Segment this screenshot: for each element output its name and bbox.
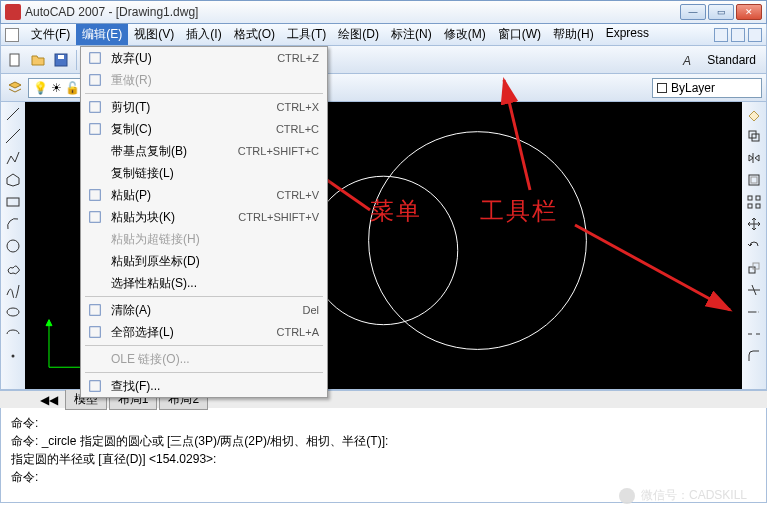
menu-插入i[interactable]: 插入(I) bbox=[180, 24, 227, 45]
ellipse-button[interactable] bbox=[3, 302, 23, 322]
wechat-icon bbox=[619, 488, 635, 504]
offset-button[interactable] bbox=[744, 170, 764, 190]
move-button[interactable] bbox=[744, 214, 764, 234]
svg-rect-37 bbox=[90, 212, 101, 223]
lock-icon: 🔓 bbox=[65, 81, 80, 95]
edit-menu-item[interactable]: 放弃(U)CTRL+Z bbox=[81, 47, 327, 69]
polygon-button[interactable] bbox=[3, 170, 23, 190]
mirror-button[interactable] bbox=[744, 148, 764, 168]
draw-toolbar bbox=[1, 102, 25, 389]
edit-menu-item[interactable]: 带基点复制(B)CTRL+SHIFT+C bbox=[81, 140, 327, 162]
menu-帮助h[interactable]: 帮助(H) bbox=[547, 24, 600, 45]
bulb-icon: 💡 bbox=[33, 81, 48, 95]
edit-menu-item[interactable]: 粘贴(P)CTRL+V bbox=[81, 184, 327, 206]
close-button[interactable]: ✕ bbox=[736, 4, 762, 20]
extend-button[interactable] bbox=[744, 302, 764, 322]
svg-rect-38 bbox=[90, 305, 101, 316]
menu-修改m[interactable]: 修改(M) bbox=[438, 24, 492, 45]
edit-menu-item: 重做(R) bbox=[81, 69, 327, 91]
edit-menu-item[interactable]: 复制链接(L) bbox=[81, 162, 327, 184]
mdi-restore-icon[interactable] bbox=[731, 28, 745, 42]
arc-button[interactable] bbox=[3, 214, 23, 234]
watermark: 微信号：CADSKILL bbox=[619, 487, 747, 504]
rotate-button[interactable] bbox=[744, 236, 764, 256]
menu-视图v[interactable]: 视图(V) bbox=[128, 24, 180, 45]
menubar: 文件(F)编辑(E)视图(V)插入(I)格式(O)工具(T)绘图(D)标注(N)… bbox=[0, 24, 767, 46]
menu-标注n[interactable]: 标注(N) bbox=[385, 24, 438, 45]
polyline-button[interactable] bbox=[3, 148, 23, 168]
edit-menu-item[interactable]: 全部选择(L)CTRL+A bbox=[81, 321, 327, 343]
svg-point-13 bbox=[12, 355, 15, 358]
menu-工具t[interactable]: 工具(T) bbox=[281, 24, 332, 45]
svg-rect-32 bbox=[90, 53, 101, 64]
mdi-minimize-icon[interactable] bbox=[714, 28, 728, 42]
line-button[interactable] bbox=[3, 104, 23, 124]
tab-nav-left[interactable]: ◀◀ bbox=[40, 393, 58, 407]
menu-格式o[interactable]: 格式(O) bbox=[228, 24, 281, 45]
point-button[interactable] bbox=[3, 346, 23, 366]
command-line: 命令: _circle 指定圆的圆心或 [三点(3P)/两点(2P)/相切、相切… bbox=[11, 432, 756, 450]
copy-button[interactable] bbox=[744, 126, 764, 146]
svg-point-11 bbox=[7, 240, 19, 252]
document-icon bbox=[5, 28, 19, 42]
rectangle-button[interactable] bbox=[3, 192, 23, 212]
sun-icon: ☀ bbox=[51, 81, 62, 95]
text-style-label: Standard bbox=[701, 53, 762, 67]
edit-menu-item[interactable]: 清除(A)Del bbox=[81, 299, 327, 321]
color-combo[interactable]: ByLayer bbox=[652, 78, 762, 98]
menu-窗口w[interactable]: 窗口(W) bbox=[492, 24, 547, 45]
edit-menu-item[interactable]: 选择性粘贴(S)... bbox=[81, 272, 327, 294]
svg-rect-36 bbox=[90, 190, 101, 201]
svg-rect-25 bbox=[756, 204, 760, 208]
svg-rect-24 bbox=[748, 204, 752, 208]
edit-menu-item[interactable]: 粘贴为块(K)CTRL+SHIFT+V bbox=[81, 206, 327, 228]
xline-button[interactable] bbox=[3, 126, 23, 146]
svg-point-15 bbox=[369, 132, 587, 350]
svg-rect-22 bbox=[748, 196, 752, 200]
menu-文件f[interactable]: 文件(F) bbox=[25, 24, 76, 45]
break-button[interactable] bbox=[744, 324, 764, 344]
edit-menu-dropdown: 放弃(U)CTRL+Z重做(R)剪切(T)CTRL+X复制(C)CTRL+C带基… bbox=[80, 46, 328, 398]
edit-menu-item: OLE 链接(O)... bbox=[81, 348, 327, 370]
svg-line-9 bbox=[6, 129, 20, 143]
save-button[interactable] bbox=[51, 50, 71, 70]
svg-text:A: A bbox=[682, 54, 691, 68]
menu-express[interactable]: Express bbox=[600, 24, 655, 45]
command-line: 命令: bbox=[11, 468, 756, 486]
titlebar: AutoCAD 2007 - [Drawing1.dwg] — ▭ ✕ bbox=[0, 0, 767, 24]
mdi-close-icon[interactable] bbox=[748, 28, 762, 42]
svg-rect-0 bbox=[10, 54, 19, 66]
modify-toolbar bbox=[742, 102, 766, 389]
trim-button[interactable] bbox=[744, 280, 764, 300]
bylayer-label: ByLayer bbox=[671, 81, 715, 95]
new-button[interactable] bbox=[5, 50, 25, 70]
edit-menu-item[interactable]: 粘贴到原坐标(D) bbox=[81, 250, 327, 272]
maximize-button[interactable]: ▭ bbox=[708, 4, 734, 20]
fillet-button[interactable] bbox=[744, 346, 764, 366]
edit-menu-item: 粘贴为超链接(H) bbox=[81, 228, 327, 250]
svg-rect-23 bbox=[756, 196, 760, 200]
edit-menu-item[interactable]: 复制(C)CTRL+C bbox=[81, 118, 327, 140]
open-button[interactable] bbox=[28, 50, 48, 70]
array-button[interactable] bbox=[744, 192, 764, 212]
circle-button[interactable] bbox=[3, 236, 23, 256]
svg-rect-27 bbox=[753, 263, 759, 269]
layer-manager-button[interactable] bbox=[5, 78, 25, 98]
svg-line-8 bbox=[7, 108, 19, 120]
menu-编辑e[interactable]: 编辑(E) bbox=[76, 24, 128, 45]
svg-rect-40 bbox=[90, 381, 101, 392]
svg-rect-26 bbox=[749, 267, 755, 273]
erase-button[interactable] bbox=[744, 104, 764, 124]
scale-button[interactable] bbox=[744, 258, 764, 278]
svg-rect-34 bbox=[90, 102, 101, 113]
menu-绘图d[interactable]: 绘图(D) bbox=[332, 24, 385, 45]
edit-menu-item[interactable]: 查找(F)... bbox=[81, 375, 327, 397]
minimize-button[interactable]: — bbox=[680, 4, 706, 20]
command-line: 指定圆的半径或 [直径(D)] <154.0293>: bbox=[11, 450, 756, 468]
edit-menu-item[interactable]: 剪切(T)CTRL+X bbox=[81, 96, 327, 118]
svg-point-14 bbox=[309, 176, 457, 324]
spline-button[interactable] bbox=[3, 280, 23, 300]
revcloud-button[interactable] bbox=[3, 258, 23, 278]
style-icon[interactable]: A bbox=[678, 50, 698, 70]
ellipse-arc-button[interactable] bbox=[3, 324, 23, 344]
